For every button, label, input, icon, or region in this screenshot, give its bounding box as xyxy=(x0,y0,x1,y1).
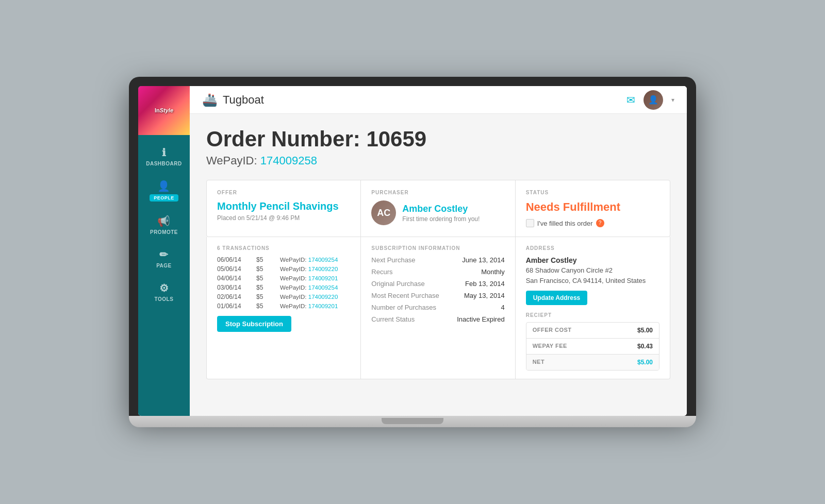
sidebar-item-people-label: People xyxy=(150,194,178,201)
sub-key: Original Purchase xyxy=(371,280,424,288)
transaction-wepay: WePayID: 174009220 xyxy=(280,294,350,300)
magazine-cover: InStyle xyxy=(138,86,190,135)
transaction-amount: $5 xyxy=(256,303,277,310)
sidebar: InStyle ℹ Dashboard 👤 People 📢 Promote xyxy=(138,86,190,416)
address-receipt-card: ADDRESS Amber Costley 68 Shadow Canyon C… xyxy=(516,237,670,379)
address-label: ADDRESS xyxy=(526,245,659,251)
dashboard-icon: ℹ xyxy=(162,147,167,158)
address-line2: San Francisco, CA 94114, United States xyxy=(526,276,659,286)
user-menu-chevron[interactable]: ▾ xyxy=(671,96,674,104)
help-icon[interactable]: ? xyxy=(596,219,604,227)
table-row: 04/06/14 $5 WePayID: 174009201 xyxy=(217,275,350,282)
sidebar-item-promote[interactable]: 📢 Promote xyxy=(138,209,190,242)
sub-val: June 13, 2014 xyxy=(462,256,504,264)
sub-info-row-status: Current Status Inactive Expired xyxy=(371,315,504,323)
transaction-wepay: WePayID: 174009254 xyxy=(280,257,350,263)
transaction-wepay: WePayID: 174009201 xyxy=(280,275,350,281)
sidebar-item-tools[interactable]: ⚙ Tools xyxy=(138,276,190,309)
laptop-frame: InStyle ℹ Dashboard 👤 People 📢 Promote xyxy=(129,77,696,416)
transaction-amount: $5 xyxy=(256,256,277,263)
filled-order-check[interactable]: I've filled this order ? xyxy=(526,219,659,227)
purchaser-card: PURCHASER AC Amber Costley First time or… xyxy=(361,180,515,237)
top-nav-right: ✉ 👤 ▾ xyxy=(626,90,674,110)
table-row: 02/06/14 $5 WePayID: 174009220 xyxy=(217,293,350,300)
receipt-row-offer: OFFER COST $5.00 xyxy=(526,323,659,339)
purchaser-details: Amber Costley First time ordering from y… xyxy=(402,204,480,223)
transaction-link[interactable]: 174009254 xyxy=(308,257,338,263)
transaction-link[interactable]: 174009201 xyxy=(308,275,338,281)
receipt-net-val: $5.00 xyxy=(637,359,653,366)
sidebar-item-dashboard[interactable]: ℹ Dashboard xyxy=(138,140,190,174)
order-title: Order Number: 10659 xyxy=(206,128,670,150)
status-card-label: STATUS xyxy=(526,190,659,195)
sub-info-row-recurs: Recurs Monthly xyxy=(371,268,504,276)
subscription-card: SUBSCRIPTION INFORMATION Next Purchase J… xyxy=(361,237,515,379)
purchaser-name[interactable]: Amber Costley xyxy=(402,204,480,214)
sub-val: Inactive Expired xyxy=(457,315,505,323)
user-avatar[interactable]: 👤 xyxy=(644,90,663,110)
sidebar-item-promote-label: Promote xyxy=(150,229,178,235)
transaction-amount: $5 xyxy=(256,293,277,300)
table-row: 03/06/14 $5 WePayID: 174009254 xyxy=(217,284,350,291)
transaction-date: 01/06/14 xyxy=(217,303,253,310)
sidebar-item-tools-label: Tools xyxy=(155,296,174,302)
table-row: 05/06/14 $5 WePayID: 174009220 xyxy=(217,265,350,273)
transaction-date: 02/06/14 xyxy=(217,293,253,300)
wepay-label: WePayID: xyxy=(206,154,257,167)
placed-on: Placed on 5/21/14 @ 9:46 PM xyxy=(217,214,350,222)
purchaser-avatar: AC xyxy=(371,200,396,225)
sub-val: Monthly xyxy=(481,268,505,276)
avatar-image: 👤 xyxy=(644,90,663,110)
receipt-offer-val: $5.00 xyxy=(637,327,653,334)
sub-key: Recurs xyxy=(371,268,392,276)
transaction-wepay: WePayID: 174009254 xyxy=(280,284,350,291)
sidebar-item-page[interactable]: ✏ Page xyxy=(138,242,190,276)
top-nav: 🚢 Tugboat ✉ 👤 ▾ xyxy=(190,86,687,114)
update-address-button[interactable]: Update Address xyxy=(526,291,588,305)
cards-row: OFFER Monthly Pencil Shavings Placed on … xyxy=(206,180,670,237)
checkbox[interactable] xyxy=(526,219,534,227)
logo: 🚢 Tugboat xyxy=(202,93,264,107)
transactions-card: 6 TRANSACTIONS 06/06/14 $5 WePayID: 1740… xyxy=(207,237,361,379)
receipt-table: OFFER COST $5.00 WEPAY FEE $0.43 NET xyxy=(526,322,659,371)
page-content: Order Number: 10659 WePayID: 174009258 O… xyxy=(190,114,687,416)
transaction-wepay: WePayID: 174009201 xyxy=(280,303,350,309)
transaction-link[interactable]: 174009220 xyxy=(308,294,338,300)
laptop-base xyxy=(129,416,696,427)
sub-val: May 13, 2014 xyxy=(464,292,505,299)
sub-key: Number of Purchases xyxy=(371,304,436,311)
subscription-label: SUBSCRIPTION INFORMATION xyxy=(371,245,504,251)
sub-info-row-count: Number of Purchases 4 xyxy=(371,304,504,311)
status-card: STATUS Needs Fulfillment I've filled thi… xyxy=(516,180,670,237)
laptop-screen: InStyle ℹ Dashboard 👤 People 📢 Promote xyxy=(138,86,687,416)
offer-name[interactable]: Monthly Pencil Shavings xyxy=(217,200,350,212)
laptop-wrapper: InStyle ℹ Dashboard 👤 People 📢 Promote xyxy=(129,77,696,427)
sidebar-item-people[interactable]: 👤 People xyxy=(138,174,190,209)
receipt-fee-val: $0.43 xyxy=(637,343,653,350)
purchaser-info: AC Amber Costley First time ordering fro… xyxy=(371,200,504,225)
sub-info-row-recent: Most Recent Purchase May 13, 2014 xyxy=(371,292,504,299)
stop-subscription-button[interactable]: Stop Subscription xyxy=(217,316,291,332)
bottom-row: 6 TRANSACTIONS 06/06/14 $5 WePayID: 1740… xyxy=(206,237,670,379)
transaction-amount: $5 xyxy=(256,284,277,291)
subscription-table: Next Purchase June 13, 2014 Recurs Month… xyxy=(371,256,504,323)
promote-icon: 📢 xyxy=(157,216,171,226)
transactions-label: 6 TRANSACTIONS xyxy=(217,245,350,251)
transaction-date: 05/06/14 xyxy=(217,265,253,273)
transaction-wepay: WePayID: 174009220 xyxy=(280,266,350,272)
transaction-link[interactable]: 174009220 xyxy=(308,266,338,272)
wepay-id-line: WePayID: 174009258 xyxy=(206,154,670,167)
main-content: 🚢 Tugboat ✉ 👤 ▾ Order Number: 10659 xyxy=(190,86,687,416)
transaction-amount: $5 xyxy=(256,265,277,273)
receipt-section: RECIEPT OFFER COST $5.00 WEPAY FEE $0.43 xyxy=(526,312,659,371)
address-line1: 68 Shadow Canyon Circle #2 xyxy=(526,265,659,276)
mail-icon[interactable]: ✉ xyxy=(626,94,635,106)
transaction-date: 03/06/14 xyxy=(217,284,253,291)
sidebar-magazine: InStyle xyxy=(138,86,190,135)
receipt-row-net: NET $5.00 xyxy=(526,355,659,370)
address-name: Amber Costley xyxy=(526,256,659,264)
table-row: 06/06/14 $5 WePayID: 174009254 xyxy=(217,256,350,263)
transaction-link[interactable]: 174009254 xyxy=(308,284,338,291)
transaction-link[interactable]: 174009201 xyxy=(308,303,338,309)
offer-card-label: OFFER xyxy=(217,190,350,195)
